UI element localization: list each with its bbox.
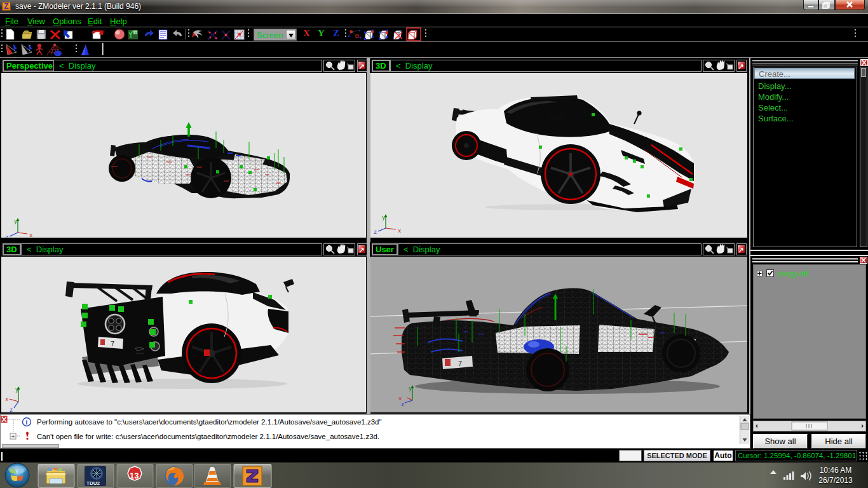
svg-text:7: 7 — [458, 360, 462, 367]
svg-text:TDU2: TDU2 — [86, 480, 100, 486]
svg-text:13: 13 — [130, 471, 139, 480]
svg-text:z: z — [5, 234, 8, 238]
svg-text:y: y — [382, 215, 386, 221]
svg-text:x: x — [398, 228, 401, 234]
svg-text:y: y — [15, 387, 19, 393]
svg-text:z: z — [10, 407, 13, 412]
svg-text:i: i — [26, 419, 28, 426]
svg-text:y: y — [14, 219, 18, 225]
svg-text:c: c — [135, 31, 137, 35]
svg-text:7: 7 — [111, 340, 114, 348]
svg-text:x: x — [398, 396, 402, 402]
svg-text:x: x — [5, 396, 8, 403]
svg-text:y: y — [409, 386, 412, 392]
svg-text:x: x — [29, 233, 32, 238]
svg-text:z: z — [374, 229, 377, 236]
svg-text:z: z — [401, 402, 404, 408]
